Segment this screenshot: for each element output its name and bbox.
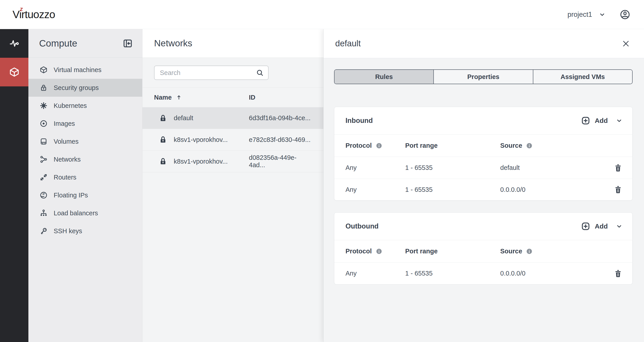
add-outbound-rule-button[interactable]: Add xyxy=(581,222,622,231)
key-icon xyxy=(40,227,48,235)
sidebar-menu: Virtual machines Security groups Kuberne… xyxy=(28,58,142,240)
table-row-k8sv1-a[interactable]: k8sv1-vporokhov... e782c83f-d630-469... xyxy=(142,129,323,151)
tab-assigned-vms[interactable]: Assigned VMs xyxy=(533,70,632,84)
project-name: project1 xyxy=(568,11,592,19)
networks-table-header: Name ID xyxy=(142,88,323,107)
close-icon[interactable] xyxy=(622,39,630,48)
rule-source: default xyxy=(500,164,613,171)
hierarchy-icon xyxy=(40,209,48,217)
inbound-rule-row: Any 1 - 65535 0.0.0.0/0 xyxy=(334,179,632,200)
chevron-down-icon xyxy=(599,11,606,18)
outbound-columns-header: Protocol Port range Source xyxy=(334,240,632,262)
delete-rule-icon[interactable] xyxy=(614,163,622,172)
topbar-right: project1 xyxy=(568,10,630,20)
logo-text: Virtuozzo xyxy=(12,8,55,21)
add-inbound-rule-button[interactable]: Add xyxy=(581,116,622,125)
security-group-id: 6d3df16a-094b-4ce... xyxy=(249,114,312,122)
delete-rule-icon[interactable] xyxy=(614,185,622,194)
rail-item-compute[interactable] xyxy=(0,58,28,86)
security-group-name: k8sv1-vporokhov... xyxy=(174,136,228,143)
info-icon[interactable] xyxy=(376,142,382,149)
info-icon[interactable] xyxy=(376,248,382,255)
delete-rule-icon[interactable] xyxy=(614,269,622,278)
column-header-source: Source xyxy=(500,142,522,149)
table-row-k8sv1-b[interactable]: k8sv1-vporokhov... d082356a-449e-4ad... xyxy=(142,151,323,172)
drawer-content: Rules Properties Assigned VMs Inbound Ad… xyxy=(324,58,644,284)
sidebar-item-label: Images xyxy=(54,120,75,127)
outbound-card-header: Outbound Add xyxy=(334,213,632,240)
project-switcher[interactable]: project1 xyxy=(568,11,606,19)
app-rail xyxy=(0,29,28,342)
activity-icon xyxy=(9,38,20,49)
topbar: z Virtuozzo project1 xyxy=(0,0,644,29)
collapse-sidebar-icon[interactable] xyxy=(122,38,133,49)
lock-icon xyxy=(40,84,48,92)
column-header-source: Source xyxy=(500,247,522,255)
search-icon[interactable] xyxy=(256,69,264,77)
column-header-id[interactable]: ID xyxy=(249,94,255,101)
cube-icon xyxy=(40,66,48,74)
drawer-title: default xyxy=(335,39,361,48)
networks-panel-header: Networks xyxy=(142,29,323,58)
search-box[interactable] xyxy=(154,66,268,80)
sidebar-item-routers[interactable]: Routers xyxy=(28,168,142,186)
sidebar-item-label: Volumes xyxy=(54,138,78,145)
floating-ip-icon xyxy=(40,191,48,199)
sidebar-item-label: Kubernetes xyxy=(54,102,87,109)
kubernetes-icon xyxy=(40,102,48,110)
sidebar-item-load-balancers[interactable]: Load balancers xyxy=(28,204,142,222)
security-group-id: d082356a-449e-4ad... xyxy=(249,154,312,169)
inbound-card-header: Inbound Add xyxy=(334,107,632,135)
chevron-down-icon[interactable] xyxy=(616,117,622,124)
sidebar-item-label: Networks xyxy=(54,156,81,163)
sidebar-item-images[interactable]: Images xyxy=(28,115,142,133)
sidebar-item-ssh-keys[interactable]: SSH keys xyxy=(28,222,142,240)
rule-port-range: 1 - 65535 xyxy=(405,270,500,277)
column-header-name[interactable]: Name xyxy=(154,94,249,101)
sidebar-item-volumes[interactable]: Volumes xyxy=(28,133,142,150)
sidebar-item-floating-ips[interactable]: Floating IPs xyxy=(28,186,142,204)
virtuozzo-console: z Virtuozzo project1 Compute xyxy=(0,0,644,342)
disc-icon xyxy=(40,120,48,128)
security-group-name: k8sv1-vporokhov... xyxy=(174,158,228,165)
sidebar-item-security-groups[interactable]: Security groups xyxy=(28,79,142,97)
lock-icon xyxy=(158,157,168,166)
user-account-icon[interactable] xyxy=(620,10,630,20)
security-group-id: e782c83f-d630-469... xyxy=(249,136,312,143)
share-icon xyxy=(40,155,48,163)
sidebar-item-kubernetes[interactable]: Kubernetes xyxy=(28,97,142,115)
tab-rules[interactable]: Rules xyxy=(334,70,433,84)
arrows-icon xyxy=(40,173,48,181)
outbound-rules-card: Outbound Add Protocol Port range xyxy=(334,212,632,284)
lock-icon xyxy=(158,135,168,144)
networks-table-body: default 6d3df16a-094b-4ce... k8sv1-vporo… xyxy=(142,107,323,172)
table-row-default[interactable]: default 6d3df16a-094b-4ce... xyxy=(142,107,323,129)
search-section xyxy=(142,58,323,88)
sidebar-item-label: SSH keys xyxy=(54,227,82,235)
add-label: Add xyxy=(595,117,608,124)
networks-panel: Networks Name ID default xyxy=(142,29,323,342)
info-icon[interactable] xyxy=(526,142,533,149)
info-icon[interactable] xyxy=(526,248,533,255)
drawer-header: default xyxy=(324,29,644,58)
sidebar-title: Compute xyxy=(39,38,77,49)
sidebar-item-virtual-machines[interactable]: Virtual machines xyxy=(28,61,142,79)
tab-properties[interactable]: Properties xyxy=(433,70,533,84)
section-title: Inbound xyxy=(346,117,373,125)
cube-icon xyxy=(9,67,20,78)
inbound-rules-card: Inbound Add Protocol Port range xyxy=(334,107,632,201)
security-group-detail-drawer: default Rules Properties Assigned VMs In… xyxy=(323,29,644,342)
add-label: Add xyxy=(595,222,608,230)
rail-item-monitoring[interactable] xyxy=(0,29,28,58)
chevron-down-icon[interactable] xyxy=(616,223,622,230)
rule-protocol: Any xyxy=(346,186,405,193)
inbound-columns-header: Protocol Port range Source xyxy=(334,135,632,157)
search-input[interactable] xyxy=(160,69,256,77)
column-header-port-range: Port range xyxy=(405,142,500,149)
section-title: Outbound xyxy=(346,222,378,230)
rule-port-range: 1 - 65535 xyxy=(405,164,500,171)
sidebar-item-networks[interactable]: Networks xyxy=(28,150,142,168)
sidebar-header: Compute xyxy=(28,29,142,58)
column-header-protocol: Protocol xyxy=(346,142,372,149)
security-group-name: default xyxy=(174,114,193,122)
